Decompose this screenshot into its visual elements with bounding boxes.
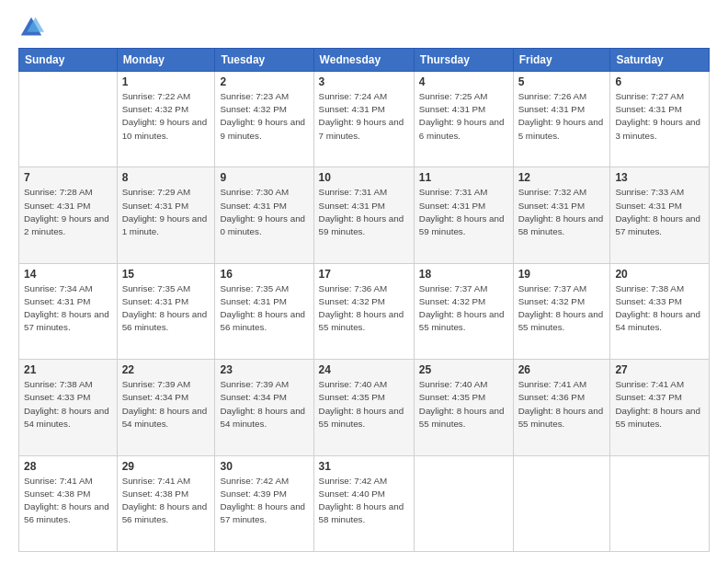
calendar-cell: 25 Sunrise: 7:40 AMSunset: 4:35 PMDaylig…: [414, 360, 513, 455]
calendar-cell: 27 Sunrise: 7:41 AMSunset: 4:37 PMDaylig…: [610, 360, 710, 455]
day-number: 21: [24, 363, 112, 376]
day-number: 28: [24, 460, 112, 473]
calendar-body: 1 Sunrise: 7:22 AMSunset: 4:32 PMDayligh…: [19, 72, 710, 552]
calendar-cell: 24 Sunrise: 7:40 AMSunset: 4:35 PMDaylig…: [313, 360, 414, 455]
day-number: 31: [319, 460, 409, 473]
day-info: Sunrise: 7:28 AMSunset: 4:31 PMDaylight:…: [24, 186, 112, 238]
weekday-header-tuesday: Tuesday: [215, 49, 313, 72]
day-info: Sunrise: 7:39 AMSunset: 4:34 PMDaylight:…: [220, 378, 308, 431]
calendar-cell: 22 Sunrise: 7:39 AMSunset: 4:34 PMDaylig…: [117, 360, 215, 455]
day-info: Sunrise: 7:35 AMSunset: 4:31 PMDaylight:…: [220, 282, 308, 335]
weekday-header-friday: Friday: [513, 49, 610, 72]
day-number: 19: [518, 268, 606, 281]
calendar-cell: 8 Sunrise: 7:29 AMSunset: 4:31 PMDayligh…: [117, 167, 215, 263]
day-info: Sunrise: 7:41 AMSunset: 4:36 PMDaylight:…: [518, 378, 606, 431]
day-info: Sunrise: 7:31 AMSunset: 4:31 PMDaylight:…: [419, 186, 508, 238]
weekday-header-saturday: Saturday: [610, 49, 710, 72]
calendar-cell: 28 Sunrise: 7:41 AMSunset: 4:38 PMDaylig…: [19, 455, 118, 551]
calendar-cell: 2 Sunrise: 7:23 AMSunset: 4:32 PMDayligh…: [215, 72, 313, 167]
day-info: Sunrise: 7:42 AMSunset: 4:39 PMDaylight:…: [220, 475, 308, 527]
day-number: 23: [220, 363, 308, 376]
weekday-row: SundayMondayTuesdayWednesdayThursdayFrid…: [19, 49, 710, 72]
day-number: 16: [220, 268, 308, 281]
calendar-cell: 23 Sunrise: 7:39 AMSunset: 4:34 PMDaylig…: [215, 360, 313, 455]
day-number: 25: [419, 363, 508, 376]
day-info: Sunrise: 7:34 AMSunset: 4:31 PMDaylight:…: [24, 282, 112, 335]
calendar-table: SundayMondayTuesdayWednesdayThursdayFrid…: [18, 48, 710, 552]
day-number: 1: [122, 75, 210, 88]
calendar-cell: 11 Sunrise: 7:31 AMSunset: 4:31 PMDaylig…: [414, 167, 513, 263]
calendar-cell: 30 Sunrise: 7:42 AMSunset: 4:39 PMDaylig…: [215, 455, 313, 551]
calendar-cell: 15 Sunrise: 7:35 AMSunset: 4:31 PMDaylig…: [117, 263, 215, 359]
weekday-header-wednesday: Wednesday: [313, 49, 414, 72]
calendar-cell: 14 Sunrise: 7:34 AMSunset: 4:31 PMDaylig…: [19, 263, 118, 359]
day-number: 3: [319, 75, 409, 88]
day-number: 4: [419, 75, 508, 88]
calendar-cell: 29 Sunrise: 7:41 AMSunset: 4:38 PMDaylig…: [117, 455, 215, 551]
header: [18, 15, 710, 40]
day-number: 26: [518, 363, 606, 376]
day-info: Sunrise: 7:23 AMSunset: 4:32 PMDaylight:…: [220, 90, 308, 143]
day-info: Sunrise: 7:24 AMSunset: 4:31 PMDaylight:…: [319, 90, 409, 143]
calendar-cell: [19, 72, 118, 167]
day-number: 8: [122, 171, 210, 184]
calendar-cell: 3 Sunrise: 7:24 AMSunset: 4:31 PMDayligh…: [313, 72, 414, 167]
calendar-cell: [414, 455, 513, 551]
day-number: 14: [24, 268, 112, 281]
calendar-cell: [513, 455, 610, 551]
day-info: Sunrise: 7:41 AMSunset: 4:38 PMDaylight:…: [24, 475, 112, 527]
day-number: 27: [615, 363, 704, 376]
logo: [18, 15, 48, 40]
logo-icon: [18, 15, 44, 40]
day-info: Sunrise: 7:27 AMSunset: 4:31 PMDaylight:…: [615, 90, 704, 143]
calendar-cell: 7 Sunrise: 7:28 AMSunset: 4:31 PMDayligh…: [19, 167, 118, 263]
calendar-cell: 17 Sunrise: 7:36 AMSunset: 4:32 PMDaylig…: [313, 263, 414, 359]
day-number: 24: [319, 363, 409, 376]
day-info: Sunrise: 7:42 AMSunset: 4:40 PMDaylight:…: [319, 475, 409, 527]
day-number: 5: [518, 75, 606, 88]
day-number: 12: [518, 171, 606, 184]
day-number: 29: [122, 460, 210, 473]
day-info: Sunrise: 7:29 AMSunset: 4:31 PMDaylight:…: [122, 186, 210, 238]
page: SundayMondayTuesdayWednesdayThursdayFrid…: [0, 0, 728, 563]
day-info: Sunrise: 7:25 AMSunset: 4:31 PMDaylight:…: [419, 90, 508, 143]
day-number: 30: [220, 460, 308, 473]
calendar-cell: 1 Sunrise: 7:22 AMSunset: 4:32 PMDayligh…: [117, 72, 215, 167]
day-info: Sunrise: 7:40 AMSunset: 4:35 PMDaylight:…: [319, 378, 409, 431]
day-number: 22: [122, 363, 210, 376]
calendar-cell: 12 Sunrise: 7:32 AMSunset: 4:31 PMDaylig…: [513, 167, 610, 263]
day-info: Sunrise: 7:33 AMSunset: 4:31 PMDaylight:…: [615, 186, 704, 238]
weekday-header-thursday: Thursday: [414, 49, 513, 72]
day-number: 18: [419, 268, 508, 281]
day-info: Sunrise: 7:30 AMSunset: 4:31 PMDaylight:…: [220, 186, 308, 238]
calendar-cell: 18 Sunrise: 7:37 AMSunset: 4:32 PMDaylig…: [414, 263, 513, 359]
weekday-header-sunday: Sunday: [19, 49, 118, 72]
day-info: Sunrise: 7:40 AMSunset: 4:35 PMDaylight:…: [419, 378, 508, 431]
day-info: Sunrise: 7:37 AMSunset: 4:32 PMDaylight:…: [518, 282, 606, 335]
day-info: Sunrise: 7:35 AMSunset: 4:31 PMDaylight:…: [122, 282, 210, 335]
day-info: Sunrise: 7:38 AMSunset: 4:33 PMDaylight:…: [24, 378, 112, 431]
calendar-cell: [610, 455, 710, 551]
day-info: Sunrise: 7:31 AMSunset: 4:31 PMDaylight:…: [319, 186, 409, 238]
day-info: Sunrise: 7:38 AMSunset: 4:33 PMDaylight:…: [615, 282, 704, 335]
calendar-week-3: 14 Sunrise: 7:34 AMSunset: 4:31 PMDaylig…: [19, 263, 710, 359]
day-number: 7: [24, 171, 112, 184]
calendar-week-5: 28 Sunrise: 7:41 AMSunset: 4:38 PMDaylig…: [19, 455, 710, 551]
calendar-cell: 20 Sunrise: 7:38 AMSunset: 4:33 PMDaylig…: [610, 263, 710, 359]
day-number: 20: [615, 268, 704, 281]
day-number: 2: [220, 75, 308, 88]
calendar-cell: 4 Sunrise: 7:25 AMSunset: 4:31 PMDayligh…: [414, 72, 513, 167]
calendar-cell: 13 Sunrise: 7:33 AMSunset: 4:31 PMDaylig…: [610, 167, 710, 263]
day-info: Sunrise: 7:22 AMSunset: 4:32 PMDaylight:…: [122, 90, 210, 143]
calendar-cell: 5 Sunrise: 7:26 AMSunset: 4:31 PMDayligh…: [513, 72, 610, 167]
calendar-week-1: 1 Sunrise: 7:22 AMSunset: 4:32 PMDayligh…: [19, 72, 710, 167]
calendar-cell: 9 Sunrise: 7:30 AMSunset: 4:31 PMDayligh…: [215, 167, 313, 263]
calendar-cell: 31 Sunrise: 7:42 AMSunset: 4:40 PMDaylig…: [313, 455, 414, 551]
calendar-cell: 26 Sunrise: 7:41 AMSunset: 4:36 PMDaylig…: [513, 360, 610, 455]
weekday-header-monday: Monday: [117, 49, 215, 72]
day-number: 15: [122, 268, 210, 281]
day-info: Sunrise: 7:32 AMSunset: 4:31 PMDaylight:…: [518, 186, 606, 238]
calendar-header: SundayMondayTuesdayWednesdayThursdayFrid…: [19, 49, 710, 72]
day-info: Sunrise: 7:39 AMSunset: 4:34 PMDaylight:…: [122, 378, 210, 431]
day-info: Sunrise: 7:36 AMSunset: 4:32 PMDaylight:…: [319, 282, 409, 335]
